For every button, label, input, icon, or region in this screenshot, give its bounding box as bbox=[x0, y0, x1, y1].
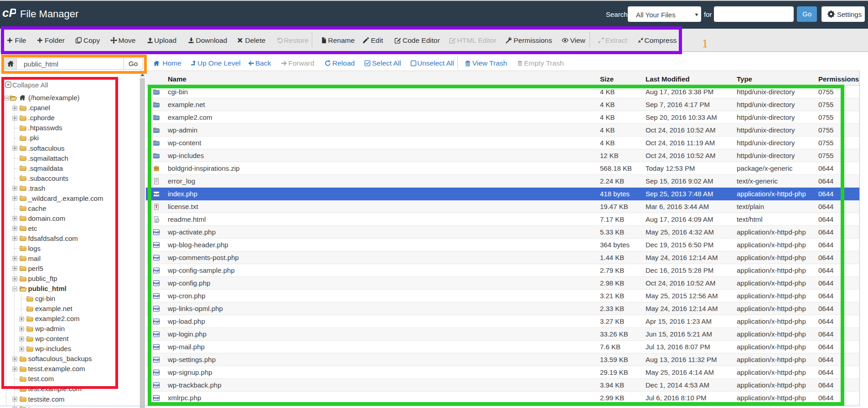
svg-text:cP: cP bbox=[2, 7, 16, 19]
